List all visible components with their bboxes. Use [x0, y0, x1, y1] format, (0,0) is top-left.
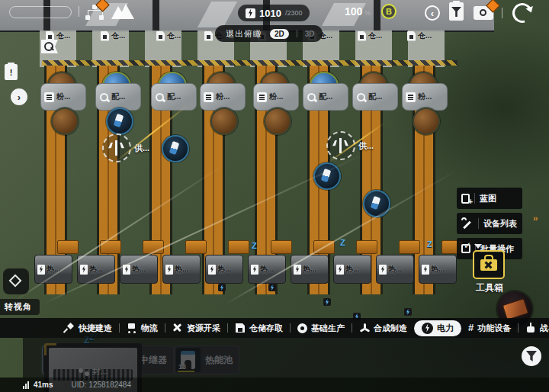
filter-button[interactable] [522, 346, 541, 366]
mill-icon [204, 92, 214, 102]
processor-label: 配... [167, 92, 181, 102]
item-orb[interactable] [162, 135, 189, 162]
wrench-icon [461, 217, 474, 230]
tab-functional-devices[interactable]: #功能设备 [468, 323, 511, 334]
thermal-unit[interactable]: 热... [162, 255, 201, 284]
thermal-label: 热... [132, 264, 146, 275]
warehouse-label: 仓... [111, 31, 125, 41]
thermal-label: 热... [303, 264, 316, 275]
ping-value: 41ms [34, 381, 53, 389]
item-orb[interactable] [210, 108, 238, 135]
document-icon [156, 31, 165, 41]
charge-node-icon [268, 284, 276, 291]
item-orb[interactable] [264, 108, 291, 135]
tab-power[interactable]: 电力 [414, 320, 461, 336]
expand-panel-button[interactable]: › [11, 88, 27, 105]
processor-label: 粉... [56, 92, 70, 102]
cargo-container [271, 240, 292, 254]
build-category-bar: 快捷建造 物流 资源开采 仓储存取 基础生产 合成制造 电力 #功能设备 战斗辅… [0, 318, 549, 338]
mode-2d-toggle[interactable]: 2D [270, 29, 289, 39]
menu-item-device-list[interactable]: 设备列表 [457, 213, 522, 234]
chevron-right-icon: › [18, 92, 21, 102]
power-tab-icon [422, 323, 433, 334]
processor-label: 配... [111, 92, 125, 102]
document-icon [407, 31, 416, 41]
tab-basic-production[interactable]: 基础生产 [297, 323, 345, 334]
thermal-unit[interactable]: 热... [291, 255, 329, 284]
cargo-container [228, 240, 249, 254]
scan-flag-icon[interactable] [40, 40, 59, 63]
power-doc-icon [379, 265, 387, 275]
assembler-icon [307, 92, 316, 102]
warehouse-marker[interactable]: 仓... [156, 31, 181, 41]
power-doc-icon [422, 265, 429, 275]
tab-resource-mining[interactable]: 资源开采 [172, 323, 220, 334]
processor-machine[interactable]: 配... [352, 83, 398, 111]
processor-machine[interactable]: 粉... [40, 83, 86, 111]
processor-label: 粉... [216, 92, 230, 102]
item-orb[interactable] [106, 108, 133, 135]
pillar [152, 0, 159, 34]
tab-synthesis[interactable]: 合成制造 [359, 323, 407, 334]
processor-machine[interactable]: 粉... [200, 83, 246, 111]
thermal-unit[interactable]: 热... [419, 255, 457, 284]
assembler-icon [356, 92, 366, 102]
charge-node-icon [404, 308, 412, 316]
alert-clipboard-icon[interactable]: ! [5, 64, 18, 80]
processor-machine[interactable]: 配... [151, 83, 197, 111]
thermal-unit[interactable]: 热... [34, 255, 72, 284]
sleep-indicator: Z [252, 241, 257, 250]
camera-pad-icon[interactable] [3, 268, 29, 294]
warehouse-marker[interactable]: 仓... [101, 31, 125, 41]
tab-combat-support[interactable]: 战斗辅助 [525, 323, 549, 334]
power-pile-marker[interactable]: 供... [102, 133, 149, 162]
cargo-container [356, 240, 377, 254]
divider [297, 30, 297, 37]
tasks-icon[interactable] [449, 2, 464, 21]
processor-machine[interactable]: 粉... [402, 83, 448, 111]
sleep-indicator: Z [427, 239, 432, 249]
build-item-panel [23, 338, 549, 378]
thermal-unit[interactable]: 热... [205, 255, 243, 284]
back-button[interactable]: ‹ [425, 5, 440, 21]
power-doc-icon [251, 265, 258, 275]
tab-logistics[interactable]: 物流 [127, 323, 158, 334]
warehouse-marker[interactable]: 仓... [358, 31, 382, 41]
item-orb[interactable] [51, 108, 79, 135]
power-doc-icon [336, 265, 344, 275]
thermal-unit[interactable]: 热... [376, 255, 414, 284]
mill-icon [406, 92, 416, 102]
currency-icon[interactable]: B [381, 4, 396, 19]
processor-machine[interactable]: 配... [95, 83, 141, 111]
power-resource-pill: 1010 /2300 [238, 5, 310, 21]
power-current: 1010 [259, 8, 281, 19]
thermal-unit[interactable]: 热... [333, 255, 371, 284]
pin-icon [64, 323, 75, 333]
processor-machine[interactable]: 配... [303, 83, 348, 111]
exit-overview-button[interactable]: 退出俯瞰 2D 3D [215, 25, 323, 42]
thermal-label: 热... [89, 264, 103, 275]
checkbox-icon: ✓ [461, 244, 470, 253]
status-bar: 41ms UID: 1258182484 [0, 378, 549, 392]
processor-label: 配... [319, 92, 332, 102]
item-orb[interactable] [413, 108, 440, 135]
top-left-pill [9, 6, 72, 18]
warehouse-marker[interactable]: 仓... [407, 31, 432, 41]
thermal-label: 热... [217, 264, 231, 275]
toolbox-button[interactable] [473, 250, 505, 279]
pillar [374, 0, 380, 34]
tab-storage[interactable]: 仓储存取 [235, 323, 283, 334]
item-orb[interactable] [363, 190, 390, 217]
processor-label: 配... [368, 92, 382, 102]
processor-label: 粉... [418, 92, 432, 102]
efficiency-value: 100 [345, 5, 362, 18]
warehouse-label: 仓... [368, 31, 382, 41]
menu-item-blueprint[interactable]: 蓝图 [457, 188, 522, 209]
assembler-icon [99, 92, 109, 102]
tab-quick-build[interactable]: 快捷建造 [64, 323, 112, 334]
mode-3d-toggle[interactable]: 3D [305, 30, 319, 38]
processor-machine[interactable]: 粉... [253, 83, 299, 111]
efficiency-readout: 100 % [345, 5, 371, 18]
signal-icon [23, 381, 29, 389]
pickaxe-icon [172, 323, 183, 333]
